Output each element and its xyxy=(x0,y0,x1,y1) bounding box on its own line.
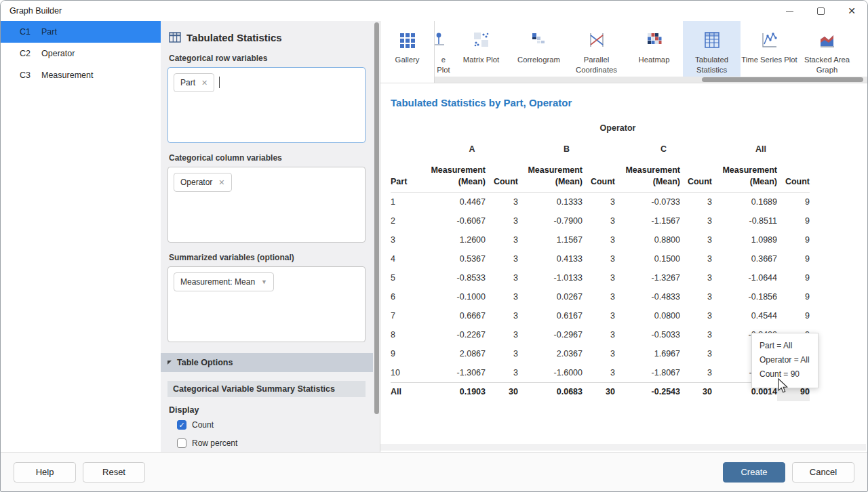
gallery-item-stacked-area-graph[interactable]: Stacked Area Graph xyxy=(798,21,856,77)
table-cell[interactable]: 3 xyxy=(680,306,712,325)
table-cell[interactable]: 0.0683 xyxy=(518,382,583,401)
panel-scrollbar-thumb[interactable] xyxy=(374,22,379,414)
table-cell[interactable]: 9 xyxy=(777,249,810,268)
table-cell[interactable]: 3 xyxy=(680,344,712,363)
table-cell[interactable]: 3 xyxy=(680,192,712,211)
table-cell[interactable]: 0.6167 xyxy=(518,306,583,325)
table-cell[interactable]: 5 xyxy=(391,268,426,287)
table-cell[interactable]: All xyxy=(391,382,426,401)
table-cell[interactable]: 3 xyxy=(680,287,712,306)
table-cell[interactable]: -0.8511 xyxy=(712,211,777,230)
table-cell[interactable]: 2.0367 xyxy=(518,344,583,363)
table-cell[interactable]: 3 xyxy=(486,211,518,230)
table-cell[interactable]: 3 xyxy=(486,344,518,363)
measurement-mean-chip[interactable]: Measurement: Mean ▼ xyxy=(174,272,274,291)
table-cell[interactable]: -1.6000 xyxy=(518,363,583,382)
part-chip[interactable]: Part ✕ xyxy=(174,73,214,92)
table-cell[interactable]: 3 xyxy=(391,230,426,249)
gallery-item-heatmap[interactable]: Heatmap xyxy=(625,21,683,77)
table-cell[interactable]: -0.2967 xyxy=(518,325,583,344)
table-cell[interactable]: 1.2600 xyxy=(426,230,486,249)
summarized-variables-input[interactable]: Measurement: Mean ▼ xyxy=(167,266,366,342)
table-cell[interactable]: -1.0133 xyxy=(518,268,583,287)
row-percent-checkbox-row[interactable]: Row percent xyxy=(177,438,366,448)
count-checkbox[interactable]: ✓ xyxy=(177,420,186,430)
table-cell[interactable]: -0.1000 xyxy=(426,287,486,306)
table-cell[interactable]: -0.4833 xyxy=(615,287,680,306)
table-cell[interactable]: -0.7900 xyxy=(518,211,583,230)
table-cell[interactable]: 9 xyxy=(777,287,810,306)
gallery-item-matrix-plot[interactable]: Matrix Plot xyxy=(452,21,510,77)
chevron-down-icon[interactable]: ▼ xyxy=(261,279,267,285)
table-cell[interactable]: 1 xyxy=(391,192,426,211)
table-cell[interactable]: 3 xyxy=(486,268,518,287)
gallery-item-gallery[interactable]: Gallery xyxy=(380,21,435,83)
table-cell[interactable]: 1.1567 xyxy=(518,230,583,249)
table-cell[interactable]: 3 xyxy=(486,192,518,211)
table-cell[interactable]: -1.0644 xyxy=(712,268,777,287)
table-cell[interactable]: -1.1567 xyxy=(615,211,680,230)
gallery-item-parallel-coordinates[interactable]: Parallel Coordinates xyxy=(568,21,625,77)
row-variables-input[interactable]: Part ✕ xyxy=(167,67,366,143)
gallery-scrollbar-thumb[interactable] xyxy=(702,77,863,82)
table-cell[interactable]: 4 xyxy=(391,249,426,268)
sidebar-item-measurement[interactable]: C3 Measurement xyxy=(1,64,161,86)
table-cell[interactable]: 0.8800 xyxy=(615,230,680,249)
table-cell[interactable]: 9 xyxy=(777,211,810,230)
table-cell[interactable]: 30 xyxy=(583,382,615,401)
table-cell[interactable]: 1.0989 xyxy=(712,230,777,249)
table-cell[interactable]: 3 xyxy=(680,325,712,344)
sidebar-item-operator[interactable]: C2 Operator xyxy=(1,43,161,64)
table-cell[interactable]: 3 xyxy=(583,287,615,306)
table-cell[interactable]: -1.8067 xyxy=(615,363,680,382)
table-cell[interactable]: 30 xyxy=(486,382,518,401)
table-cell[interactable]: 3 xyxy=(583,192,615,211)
close-button[interactable]: ✕ xyxy=(836,1,867,21)
table-cell[interactable]: 10 xyxy=(391,363,426,382)
table-options-header[interactable]: Table Options xyxy=(161,353,374,372)
gallery-item-tabulated-statistics[interactable]: Tabulated Statistics xyxy=(683,21,741,83)
table-cell[interactable]: 3 xyxy=(583,306,615,325)
sidebar-item-part[interactable]: C1 Part xyxy=(1,21,161,43)
panel-scrollbar[interactable] xyxy=(373,21,380,452)
table-cell[interactable]: 0.1689 xyxy=(712,192,777,211)
table-cell[interactable]: 3 xyxy=(486,230,518,249)
table-cell[interactable]: 0.3667 xyxy=(712,249,777,268)
table-cell[interactable]: -0.6067 xyxy=(426,211,486,230)
table-cell[interactable]: 0.4467 xyxy=(426,192,486,211)
table-cell[interactable]: 6 xyxy=(391,287,426,306)
table-cell[interactable]: 3 xyxy=(583,363,615,382)
column-variables-input[interactable]: Operator ✕ xyxy=(167,167,366,243)
table-cell[interactable]: 0.5367 xyxy=(426,249,486,268)
table-cell[interactable]: 9 xyxy=(391,344,426,363)
table-cell[interactable]: 3 xyxy=(486,306,518,325)
table-cell[interactable]: 3 xyxy=(486,287,518,306)
table-cell[interactable]: 0.1903 xyxy=(426,382,486,401)
table-cell[interactable]: 3 xyxy=(486,325,518,344)
table-cell[interactable]: -0.5033 xyxy=(615,325,680,344)
table-cell[interactable]: -0.1856 xyxy=(712,287,777,306)
help-button[interactable]: Help xyxy=(14,462,76,483)
table-cell[interactable]: 9 xyxy=(777,306,810,325)
table-cell[interactable]: 0.6667 xyxy=(426,306,486,325)
table-cell[interactable]: 9 xyxy=(777,230,810,249)
table-cell[interactable]: -1.3067 xyxy=(426,363,486,382)
table-cell[interactable]: -0.2543 xyxy=(615,382,680,401)
cancel-button[interactable]: Cancel xyxy=(792,462,854,483)
table-cell[interactable]: 0.4544 xyxy=(712,306,777,325)
table-cell[interactable]: 0.0267 xyxy=(518,287,583,306)
table-cell[interactable]: -0.0733 xyxy=(615,192,680,211)
table-cell[interactable]: 30 xyxy=(680,382,712,401)
table-cell[interactable]: 1.6967 xyxy=(615,344,680,363)
remove-chip-icon[interactable]: ✕ xyxy=(218,178,224,187)
table-cell[interactable]: 3 xyxy=(680,268,712,287)
create-button[interactable]: Create xyxy=(723,462,785,483)
table-cell[interactable]: -0.8533 xyxy=(426,268,486,287)
table-cell[interactable]: 3 xyxy=(486,249,518,268)
table-cell[interactable]: 0.1333 xyxy=(518,192,583,211)
table-cell[interactable]: 9 xyxy=(777,192,810,211)
table-cell[interactable]: 3 xyxy=(680,211,712,230)
table-cell[interactable]: 7 xyxy=(391,306,426,325)
table-cell[interactable]: 0.1500 xyxy=(615,249,680,268)
table-cell[interactable]: 2 xyxy=(391,211,426,230)
